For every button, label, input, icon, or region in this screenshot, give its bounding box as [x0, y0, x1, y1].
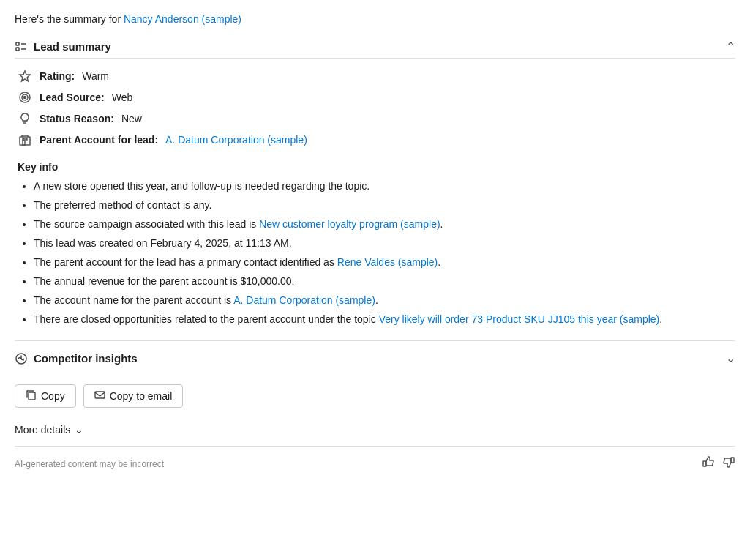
list-item: The annual revenue for the parent accoun… — [34, 274, 732, 289]
key-info-list: A new store opened this year, and follow… — [18, 179, 732, 327]
more-details-label: More details — [15, 424, 70, 436]
svg-rect-16 — [95, 392, 105, 398]
bulb-icon — [18, 111, 32, 125]
list-item: The account name for the parent account … — [34, 293, 732, 308]
header-intro: Here's the summary for Nancy Anderson (s… — [15, 13, 735, 25]
lead-summary-collapse-icon[interactable]: ⌃ — [726, 40, 735, 53]
target-icon — [18, 90, 32, 104]
svg-rect-12 — [26, 138, 27, 140]
list-item: The source campaign associated with this… — [34, 217, 732, 232]
bullet-text-1: A new store opened this year, and follow… — [34, 180, 370, 192]
copy-icon — [26, 389, 37, 403]
feedback-icons — [702, 455, 735, 472]
lead-summary-icon — [15, 40, 28, 53]
action-buttons: Copy Copy to email — [15, 381, 735, 411]
lead-source-label: Lead Source: — [40, 92, 105, 103]
svg-rect-0 — [16, 42, 19, 45]
account-link[interactable]: A. Datum Corporation (sample) — [233, 294, 375, 306]
lead-summary-header: Lead summary ⌃ — [15, 35, 735, 59]
copy-to-email-label: Copy to email — [110, 390, 173, 402]
bullet-text-2: The preferred method of contact is any. — [34, 199, 211, 211]
copy-to-email-button[interactable]: Copy to email — [83, 384, 184, 408]
lead-source-value: Web — [112, 92, 133, 103]
competitor-icon — [15, 351, 28, 365]
building-icon — [18, 132, 32, 146]
bullet-text-4: This lead was created on February 4, 202… — [34, 237, 292, 249]
competitor-expand-icon[interactable]: ⌄ — [726, 351, 735, 365]
email-icon — [94, 389, 105, 403]
copy-button[interactable]: Copy — [15, 384, 76, 408]
svg-rect-1 — [16, 48, 19, 51]
lead-summary-header-left: Lead summary — [15, 40, 111, 53]
thumbs-up-icon[interactable] — [702, 455, 715, 472]
lead-details: Rating: Warm Lead Source: Web Status Rea… — [15, 66, 735, 149]
bullet-text-8-before: There are closed opportunities related t… — [34, 313, 379, 325]
thumbs-down-icon[interactable] — [722, 455, 735, 472]
competitor-header: Competitor insights ⌄ — [15, 348, 735, 368]
ai-disclaimer: AI-generated content may be incorrect — [15, 459, 164, 469]
list-item: This lead was created on February 4, 202… — [34, 236, 732, 251]
intro-text: Here's the summary for — [15, 13, 121, 25]
campaign-link[interactable]: New customer loyalty program (sample) — [259, 218, 440, 230]
footer-divider — [15, 446, 735, 447]
svg-point-7 — [24, 97, 26, 99]
list-item: The preferred method of contact is any. — [34, 198, 732, 213]
list-item: The parent account for the lead has a pr… — [34, 255, 732, 270]
competitor-section: Competitor insights ⌄ — [15, 340, 735, 368]
detail-row-status: Status Reason: New — [18, 111, 735, 125]
contact-link[interactable]: Rene Valdes (sample) — [337, 256, 438, 268]
rating-value: Warm — [82, 70, 109, 82]
svg-rect-15 — [29, 392, 35, 400]
competitor-header-left: Competitor insights — [15, 351, 138, 365]
copy-label: Copy — [41, 390, 65, 402]
bullet-text-6: The annual revenue for the parent accoun… — [34, 275, 294, 287]
key-info-section: Key info A new store opened this year, a… — [15, 161, 735, 327]
parent-account-value: A. Datum Corporation (sample) — [165, 134, 307, 146]
status-value: New — [121, 113, 142, 124]
svg-rect-17 — [703, 461, 706, 466]
list-item: There are closed opportunities related t… — [34, 312, 732, 327]
rating-label: Rating: — [40, 70, 75, 82]
parent-account-link[interactable]: A. Datum Corporation (sample) — [165, 134, 307, 146]
detail-row-parent-account: Parent Account for lead: A. Datum Corpor… — [18, 132, 735, 146]
person-link[interactable]: Nancy Anderson (sample) — [124, 13, 241, 25]
parent-account-label: Parent Account for lead: — [40, 134, 158, 146]
more-details-row[interactable]: More details ⌄ — [15, 422, 735, 437]
list-item: A new store opened this year, and follow… — [34, 179, 732, 194]
key-info-title: Key info — [18, 161, 732, 173]
more-details-chevron-icon: ⌄ — [75, 424, 83, 436]
competitor-title: Competitor insights — [34, 352, 138, 365]
detail-row-lead-source: Lead Source: Web — [18, 90, 735, 104]
svg-rect-11 — [23, 141, 25, 145]
footer: AI-generated content may be incorrect — [15, 455, 735, 472]
bullet-text-3-before: The source campaign associated with this… — [34, 218, 259, 230]
lead-summary-title: Lead summary — [34, 40, 111, 53]
status-label: Status Reason: — [40, 113, 114, 124]
star-icon — [18, 69, 32, 83]
opportunity-link[interactable]: Very likely will order 73 Product SKU JJ… — [379, 313, 660, 325]
detail-row-rating: Rating: Warm — [18, 69, 735, 83]
svg-rect-13 — [23, 138, 24, 140]
svg-marker-4 — [20, 71, 30, 81]
bullet-text-7-before: The account name for the parent account … — [34, 294, 233, 306]
bullet-text-5-before: The parent account for the lead has a pr… — [34, 256, 337, 268]
svg-rect-18 — [731, 458, 734, 463]
